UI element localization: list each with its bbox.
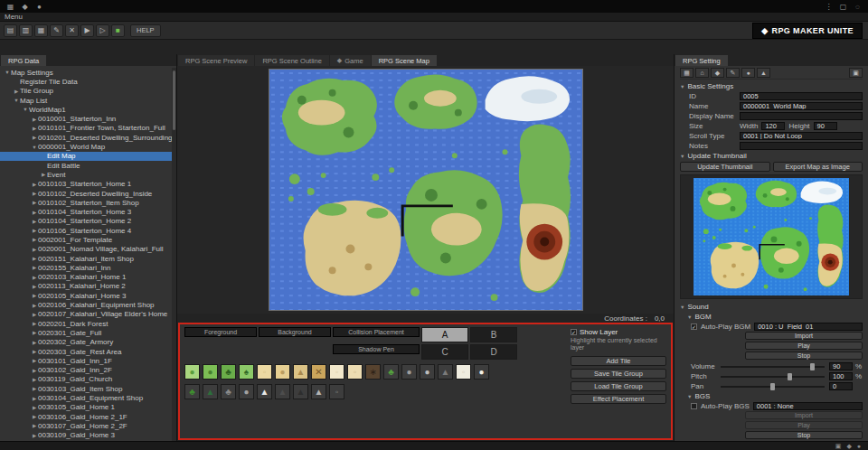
tree-item-map-list[interactable]: ▼Map List — [0, 96, 176, 105]
play-icon[interactable]: ▶ — [80, 24, 94, 37]
sync-icon[interactable]: ● — [857, 443, 861, 449]
tree-item-0010101-frontier-town-starterton-full[interactable]: ▶0010101_Frontier Town, Starterton_Full — [0, 124, 176, 133]
tile-swatch-1-3[interactable]: ● — [239, 384, 254, 399]
erase-tool-icon[interactable]: ✕ — [65, 24, 79, 37]
tile-swatch-1-8[interactable]: ◦ — [329, 384, 344, 399]
tree-item-0030107-gald-home-2-2f[interactable]: ▶0030107_Gald_Home 2_2F — [0, 421, 176, 430]
tile-swatch-0-0[interactable]: ● — [184, 364, 200, 380]
chevron-right-icon[interactable]: ▶ — [31, 182, 38, 187]
chevron-right-icon[interactable]: ▶ — [31, 117, 38, 122]
new-file-icon[interactable]: ▤ — [4, 24, 17, 37]
chevron-right-icon[interactable]: ▶ — [40, 172, 47, 177]
layer-tab-a[interactable]: A — [421, 327, 468, 342]
tree-item-edit-battle[interactable]: Edit Battle — [0, 161, 176, 170]
bgm-foldout[interactable]: ▼ BGM — [680, 312, 863, 322]
chevron-down-icon[interactable]: ▼ — [4, 70, 11, 75]
chevron-right-icon[interactable]: ▶ — [31, 293, 38, 298]
chevron-right-icon[interactable]: ▶ — [31, 349, 38, 354]
tree-item-event[interactable]: ▶Event — [0, 170, 176, 179]
app-diamond-icon[interactable]: ◆ — [20, 3, 30, 11]
tile-mode-icon[interactable]: ■ — [111, 24, 125, 37]
volume-field[interactable]: 90 — [829, 362, 853, 370]
update-thumbnail-button[interactable]: Update Thumbnail — [680, 162, 770, 172]
chevron-right-icon[interactable]: ▶ — [31, 284, 38, 289]
tree-item-0030105-gald-home-1[interactable]: ▶0030105_Gald_Home 1 — [0, 403, 176, 412]
autoplay-bgs-checkbox[interactable] — [691, 403, 697, 409]
bgs-stop-button[interactable]: Stop — [745, 431, 863, 439]
menu-item-menu[interactable]: Menu — [5, 13, 23, 21]
tile-swatch-0-16[interactable]: ● — [474, 364, 489, 380]
chevron-down-icon[interactable]: ▼ — [13, 98, 20, 103]
help-button[interactable]: HELP — [130, 24, 161, 37]
pan-slider[interactable] — [721, 386, 825, 388]
pan-slider-thumb[interactable] — [770, 383, 775, 390]
home-tool-icon[interactable]: ⌂ — [695, 68, 709, 78]
bgs-play-button[interactable]: Play — [745, 421, 863, 429]
tree-item-0002001-for-template[interactable]: ▶0002001_For Template — [0, 235, 176, 244]
tree-item-0020103-kalahari-home-1[interactable]: ▶0020103_Kalahari_Home 1 — [0, 273, 176, 282]
load-tile-group-button[interactable]: Load Tile Group — [571, 381, 666, 391]
bgm-play-button[interactable]: Play — [745, 342, 863, 350]
bgm-stop-button[interactable]: Stop — [745, 352, 863, 360]
chevron-right-icon[interactable]: ▶ — [31, 312, 38, 317]
chevron-right-icon[interactable]: ▶ — [31, 433, 38, 438]
layer-tab-shadow-pen[interactable]: Shadow Pen — [333, 344, 420, 354]
tab-rpg-scene-map[interactable]: RPG Scene Map — [372, 55, 437, 66]
chevron-right-icon[interactable]: ▶ — [31, 275, 38, 280]
tile-swatch-0-12[interactable]: ● — [401, 364, 417, 380]
edit-tool-icon[interactable]: ✎ — [726, 68, 740, 78]
chevron-right-icon[interactable]: ▶ — [31, 414, 38, 419]
tile-swatch-0-13[interactable]: ● — [420, 364, 435, 380]
chevron-right-icon[interactable]: ▶ — [31, 237, 38, 242]
pencil-tool-icon[interactable]: ✎ — [50, 24, 63, 37]
chevron-right-icon[interactable]: ▶ — [31, 228, 38, 233]
height-field[interactable]: 90 — [814, 122, 837, 130]
tree-item-edit-map[interactable]: Edit Map — [0, 152, 176, 161]
chevron-right-icon[interactable]: ▶ — [31, 330, 38, 335]
tree-item-0020106-kalahari-equipment-shop[interactable]: ▶0020106_Kalahari_Equipment Shop — [0, 300, 176, 309]
tile-swatch-1-1[interactable]: ▲ — [203, 384, 218, 399]
tree-item-0020151-kalahari-item-shop[interactable]: ▶0020151_Kalahari_Item Shop — [0, 254, 176, 263]
chevron-right-icon[interactable]: ▶ — [31, 358, 38, 363]
tree-scrollbar[interactable] — [172, 68, 176, 441]
id-field[interactable]: 0005 — [740, 92, 863, 100]
chevron-right-icon[interactable]: ▶ — [31, 386, 38, 391]
step-icon[interactable]: ▷ — [96, 24, 109, 37]
bgs-track-field[interactable]: 0001 : None — [753, 402, 863, 410]
layer-tab-b[interactable]: B — [470, 327, 517, 342]
layer-tab-c[interactable]: C — [421, 344, 468, 360]
display-name-field[interactable] — [740, 112, 863, 120]
chevron-right-icon[interactable]: ▶ — [31, 377, 38, 382]
tree-item-0020107-kalahari-village-elder-s-home[interactable]: ▶0020107_Kalahari_Village Elder's Home — [0, 310, 176, 319]
terrain-tool-icon[interactable]: ▲ — [757, 68, 770, 78]
bgm-import-button[interactable]: Import — [745, 332, 863, 340]
show-layer-checkbox[interactable]: ✓ — [571, 329, 577, 335]
tree-item-0010104-starterton-home-3[interactable]: ▶0010104_Starterton_Home 3 — [0, 207, 176, 216]
chevron-right-icon[interactable]: ▶ — [31, 368, 38, 373]
autoplay-bgm-checkbox[interactable]: ✓ — [691, 323, 697, 330]
save-tile-group-button[interactable]: Save Tile Group — [571, 369, 666, 379]
tree-scrollbar-thumb[interactable] — [173, 70, 175, 130]
tile-swatch-0-10[interactable]: ∗ — [365, 364, 381, 380]
chevron-right-icon[interactable]: ▶ — [31, 256, 38, 261]
tile-swatch-1-4[interactable]: ▲ — [257, 384, 272, 399]
tile-swatch-0-1[interactable]: ● — [203, 364, 218, 380]
tile-swatch-0-9[interactable]: ◦ — [347, 364, 363, 380]
marker-tool-icon[interactable]: ● — [741, 68, 755, 78]
tree-item-0020201-dark-forest[interactable]: ▶0020201_Dark Forest — [0, 319, 176, 328]
grid-tool-icon[interactable]: ▣ — [849, 68, 863, 78]
tree-item-0020113-kalahari-home-2[interactable]: ▶0020113_Kalahari_Home 2 — [0, 282, 176, 291]
tree-item-register-tile-data[interactable]: Register Tile Data — [0, 77, 176, 86]
chevron-right-icon[interactable]: ▶ — [31, 126, 38, 131]
tree-item-0030103-gald-item-shop[interactable]: ▶0030103_Gald_Item Shop — [0, 384, 176, 393]
bgs-import-button[interactable]: Import — [745, 411, 863, 419]
name-field[interactable]: 0000001_World Map — [740, 102, 863, 110]
tab-rpg-data[interactable]: RPG Data — [1, 55, 46, 66]
volume-slider[interactable] — [721, 366, 825, 368]
chevron-right-icon[interactable]: ▶ — [31, 423, 38, 428]
chevron-right-icon[interactable]: ▶ — [31, 340, 38, 345]
tree-item-0010102-deserted-dwelling-inside[interactable]: ▶0010102_Deserted Dwelling_Inside — [0, 189, 176, 198]
tile-swatch-0-15[interactable]: ◦ — [456, 364, 471, 380]
tree-item-0020302-gate-armory[interactable]: ▶0020302_Gate_Armory — [0, 338, 176, 347]
chevron-right-icon[interactable]: ▶ — [31, 405, 38, 410]
